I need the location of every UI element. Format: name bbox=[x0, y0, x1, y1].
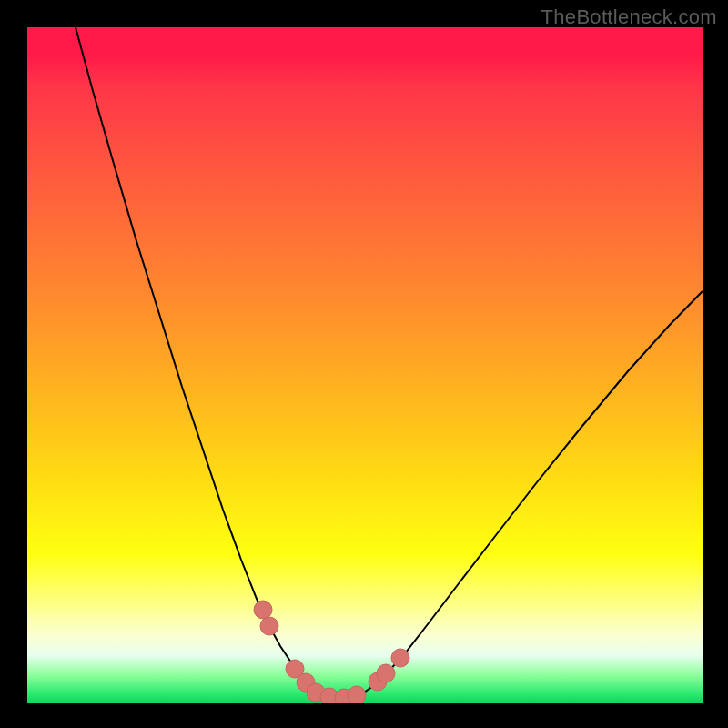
chart-frame: TheBottleneck.com bbox=[0, 0, 728, 728]
curve-canvas bbox=[27, 27, 703, 703]
gradient-plot-area bbox=[27, 27, 703, 703]
data-marker bbox=[254, 601, 272, 619]
watermark-text: TheBottleneck.com bbox=[541, 5, 717, 29]
marker-group bbox=[254, 601, 410, 703]
left-curve-path bbox=[76, 27, 316, 693]
data-marker bbox=[348, 686, 366, 703]
right-curve-path bbox=[364, 291, 703, 693]
data-marker bbox=[260, 617, 278, 635]
data-marker bbox=[377, 664, 395, 682]
data-marker bbox=[391, 649, 410, 667]
